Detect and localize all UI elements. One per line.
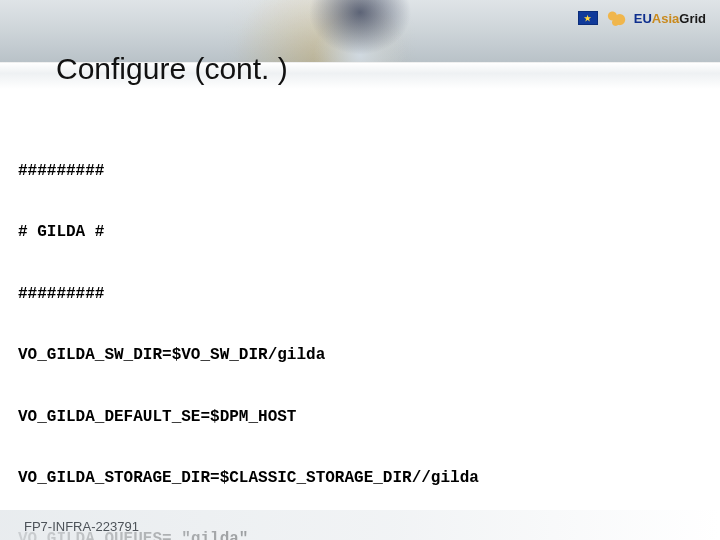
brand-asia: Asia [652, 11, 679, 26]
code-line: ######### [18, 284, 702, 304]
brand-grid: Grid [679, 11, 706, 26]
brand-text: EUAsiaGrid [634, 11, 706, 26]
code-line: VO_GILDA_DEFAULT_SE=$DPM_HOST [18, 407, 702, 427]
brand-eu: EU [634, 11, 652, 26]
code-line: ######### [18, 161, 702, 181]
header-figure [300, 0, 420, 62]
brand-logo: ★ EUAsiaGrid [578, 8, 706, 28]
config-code-block: ######### # GILDA # ######### VO_GILDA_S… [18, 120, 702, 540]
eu-flag-icon: ★ [578, 11, 598, 25]
code-line: # GILDA # [18, 222, 702, 242]
footer-label: FP7-INFRA-223791 [24, 519, 139, 534]
slide-root: ★ EUAsiaGrid Configure (cont. ) ########… [0, 0, 720, 540]
asia-map-icon [602, 8, 628, 28]
code-line: VO_GILDA_SW_DIR=$VO_SW_DIR/gilda [18, 345, 702, 365]
page-title: Configure (cont. ) [56, 52, 288, 86]
code-line: VO_GILDA_STORAGE_DIR=$CLASSIC_STORAGE_DI… [18, 468, 702, 488]
